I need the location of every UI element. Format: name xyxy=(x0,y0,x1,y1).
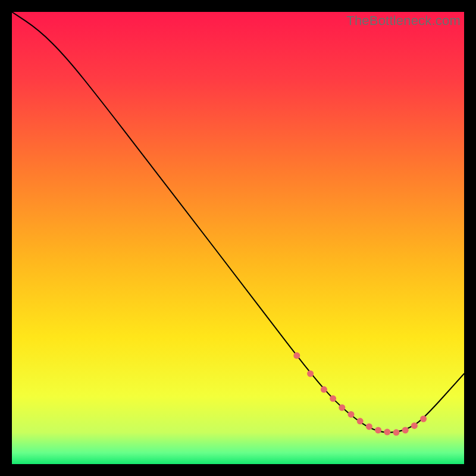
marker-dot xyxy=(330,395,336,402)
marker-dot xyxy=(366,423,372,430)
marker-dot xyxy=(402,427,409,434)
chart-canvas xyxy=(12,12,464,464)
marker-dot xyxy=(348,411,355,418)
marker-dot xyxy=(339,405,345,411)
marker-dot xyxy=(384,429,390,436)
marker-dot xyxy=(411,422,418,429)
marker-dot xyxy=(307,371,314,377)
marker-dot xyxy=(357,418,364,424)
gradient-background xyxy=(12,12,464,464)
marker-dot xyxy=(293,352,300,359)
marker-dot xyxy=(393,429,400,436)
marker-dot xyxy=(420,416,427,422)
chart-frame: TheBottleneck.com xyxy=(12,12,464,464)
marker-dot xyxy=(321,386,327,393)
marker-dot xyxy=(375,427,381,434)
